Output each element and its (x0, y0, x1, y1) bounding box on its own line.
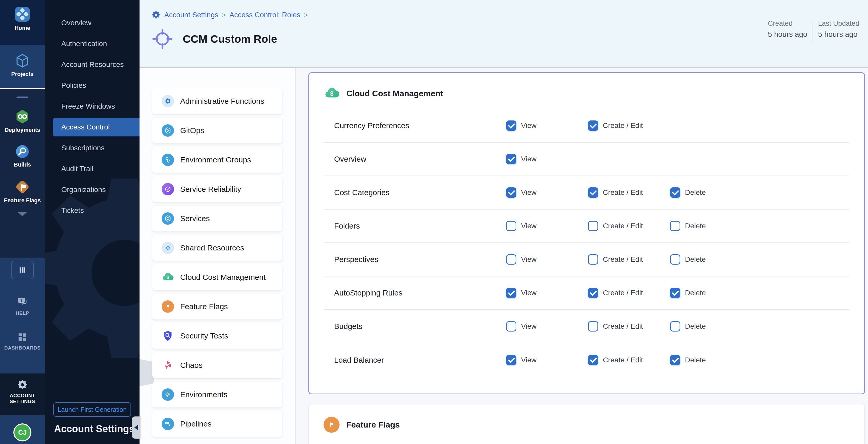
gear-icon (17, 379, 28, 390)
sidebar-item-account-resources[interactable]: Account Resources (45, 54, 140, 75)
avatar[interactable]: CJ (13, 423, 31, 441)
breadcrumb-access-control-roles[interactable]: Access Control: Roles (229, 11, 300, 19)
view-checkbox[interactable] (506, 221, 516, 231)
checkbox-label: View (521, 289, 536, 297)
resource-card-pipelines[interactable]: Pipelines (152, 411, 282, 437)
rail-item-label: HELP (16, 310, 29, 316)
checkbox-label: View (521, 155, 536, 163)
created-meta: Created 5 hours ago (768, 20, 807, 39)
sidebar-item-tickets[interactable]: Tickets (45, 200, 140, 221)
checkbox-label: Create / Edit (603, 222, 643, 230)
cube-diamond-icon (162, 388, 174, 401)
resource-card-environment-groups[interactable]: Environment Groups (152, 147, 282, 173)
resource-card-gitops[interactable]: GitOps (152, 118, 282, 144)
view-checkbox[interactable] (506, 355, 516, 365)
last-updated-meta: Last Updated 5 hours ago (818, 20, 860, 39)
delete-checkbox[interactable] (670, 187, 680, 198)
checkbox-label: Create / Edit (603, 289, 643, 297)
permission-row-label: Currency Preferences (334, 121, 409, 130)
checkbox-label: Delete (685, 356, 706, 364)
rail-item-account-settings[interactable]: ACCOUNT SETTINGS (0, 374, 45, 404)
create-edit-checkbox[interactable] (588, 221, 598, 231)
app-root: Home Projects Deployments Builds Feature… (0, 0, 868, 444)
gear-icon (151, 10, 161, 20)
rail-item-dashboards[interactable]: DASHBOARDS (0, 331, 45, 351)
last-updated-label: Last Updated (818, 20, 860, 28)
permission-row-label: Overview (334, 155, 366, 163)
checkbox-label: Delete (685, 222, 706, 230)
permission-row-label: AutoStopping Rules (334, 289, 402, 297)
rail-item-label: Home (14, 25, 30, 31)
collapse-left-icon (134, 424, 138, 431)
harness-logo-icon (14, 6, 31, 23)
launch-first-generation-button[interactable]: Launch First Generation (53, 402, 131, 417)
resource-card-environments[interactable]: Environments (152, 382, 282, 408)
delete-checkbox[interactable] (670, 321, 680, 331)
create-edit-checkbox[interactable] (588, 288, 598, 298)
circle-magnifier-icon (15, 144, 30, 159)
module-picker-button[interactable] (11, 261, 34, 279)
checkbox-label: View (521, 255, 536, 263)
delete-checkbox[interactable] (670, 254, 680, 264)
checkbox-label: Delete (685, 255, 706, 263)
breadcrumb: Account Settings > Access Control: Roles… (151, 10, 308, 20)
delete-checkbox[interactable] (670, 355, 680, 365)
resource-card-chaos[interactable]: Chaos (152, 352, 282, 378)
sidebar-item-audit-trail[interactable]: Audit Trail (45, 158, 140, 179)
create-edit-checkbox[interactable] (588, 121, 598, 131)
page-header: Account Settings > Access Control: Roles… (140, 0, 868, 68)
sidebar-item-policies[interactable]: Policies (45, 75, 140, 96)
view-checkbox[interactable] (506, 321, 516, 331)
view-checkbox[interactable] (506, 187, 516, 198)
hexagon-nut-icon (162, 212, 174, 225)
permission-row-label: Load Balancer (334, 356, 384, 364)
create-edit-checkbox[interactable] (588, 321, 598, 331)
view-checkbox[interactable] (506, 154, 516, 164)
sidebar-item-subscriptions[interactable]: Subscriptions (45, 137, 140, 158)
rail-item-help[interactable]: HELP (0, 296, 45, 316)
page-title: CCM Custom Role (183, 33, 277, 45)
sidebar-item-freeze-windows[interactable]: Freeze Windows (45, 96, 140, 117)
permission-rows: Currency Preferences View Create / Edit … (324, 109, 849, 377)
tiles-icon (17, 331, 28, 343)
rail-item-builds[interactable]: Builds (0, 144, 45, 168)
resource-card-label: Service Reliability (180, 185, 241, 194)
view-checkbox[interactable] (506, 288, 516, 298)
rail-section-modules: Deployments Builds Feature Flags (0, 89, 45, 258)
resource-card-shared-resources[interactable]: Shared Resources (152, 235, 282, 261)
rail-item-feature-flags[interactable]: Feature Flags (0, 179, 45, 203)
rail-item-projects[interactable]: Projects (0, 45, 45, 77)
sidebar-item-access-control[interactable]: Access Control (53, 118, 140, 136)
settings-sidebar: Overview Authentication Account Resource… (45, 0, 140, 444)
delete-checkbox[interactable] (670, 221, 680, 231)
settings-nav-list: Overview Authentication Account Resource… (45, 12, 140, 221)
resource-card-feature-flags[interactable]: Feature Flags (152, 294, 282, 319)
feature-flags-panel: Feature Flags (308, 404, 865, 444)
sidebar-collapse-button[interactable] (132, 416, 141, 439)
rail-item-home[interactable]: Home (0, 0, 45, 31)
create-edit-checkbox[interactable] (588, 355, 598, 365)
rail-item-deployments[interactable]: Deployments (0, 108, 45, 133)
create-edit-checkbox[interactable] (588, 254, 598, 264)
resource-card-cloud-cost-management[interactable]: Cloud Cost Management (152, 264, 282, 290)
sidebar-item-authentication[interactable]: Authentication (45, 33, 140, 54)
chevron-down-icon[interactable] (18, 212, 27, 216)
rail-section-home: Home (0, 0, 45, 45)
resource-card-services[interactable]: Services (152, 205, 282, 231)
permission-row-label: Budgets (334, 322, 363, 331)
view-checkbox[interactable] (506, 254, 516, 264)
shield-magnifier-icon (162, 330, 174, 342)
view-checkbox[interactable] (506, 121, 516, 131)
create-edit-checkbox[interactable] (588, 187, 598, 198)
sidebar-item-organizations[interactable]: Organizations (45, 179, 140, 200)
resource-card-administrative-functions[interactable]: Administrative Functions (152, 88, 282, 114)
double-hexagon-icon (162, 154, 174, 166)
delete-checkbox[interactable] (670, 288, 680, 298)
sidebar-item-overview[interactable]: Overview (45, 12, 140, 33)
resource-card-service-reliability[interactable]: Service Reliability (152, 176, 282, 202)
gear-icon (162, 95, 174, 107)
permission-row: Cost Categories View Create / Edit Delet… (324, 176, 849, 210)
breadcrumb-account-settings[interactable]: Account Settings (164, 11, 218, 19)
checkbox-label: View (521, 188, 536, 197)
resource-card-security-tests[interactable]: Security Tests (152, 323, 282, 349)
